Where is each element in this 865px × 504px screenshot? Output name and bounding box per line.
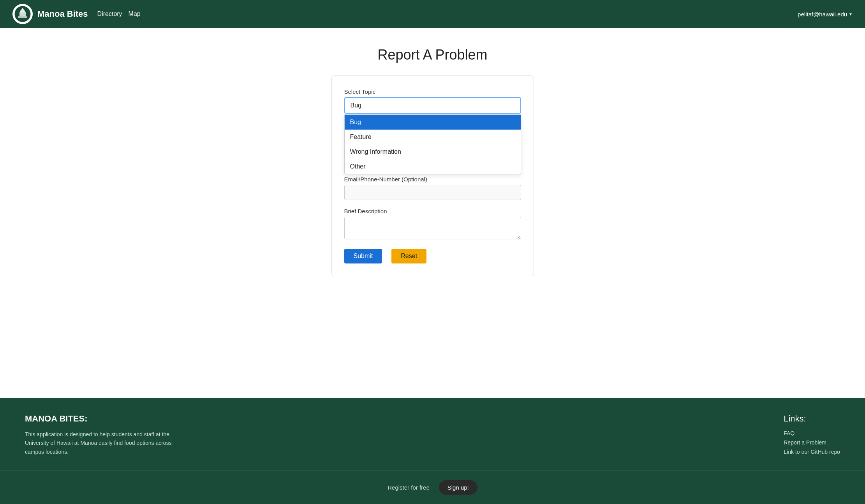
footer-about-title: MANOA BITES: [25,414,173,424]
reset-button[interactable]: Reset [391,249,426,263]
navbar: Manoa Bites Directory Map pelitaf@hawaii… [0,0,865,28]
dropdown-option-other[interactable]: Other [345,159,521,174]
footer-link-report[interactable]: Report a Problem [784,439,840,446]
topic-group: Select Topic Bug Bug Feature Wrong Infor… [344,88,521,114]
form-actions: Submit Reset [344,249,521,263]
email-group: Email/Phone-Number (Optional) [344,176,521,200]
footer-link-faq[interactable]: FAQ [784,430,840,436]
description-label: Brief Description [344,208,521,214]
footer-links: Links: FAQ Report a Problem Link to our … [784,414,840,458]
nav-map[interactable]: Map [129,11,141,18]
topic-select-display[interactable]: Bug [344,97,521,114]
signup-button[interactable]: Sign up! [439,480,477,495]
navbar-user-menu[interactable]: pelitaf@hawaii.edu [798,11,853,18]
dropdown-option-bug[interactable]: Bug [345,115,521,130]
dropdown-option-feature[interactable]: Feature [345,130,521,144]
footer-links-title: Links: [784,414,840,424]
topic-select-wrapper: Bug Bug Feature Wrong Information Other [344,97,521,114]
footer-about-text: This application is designed to help stu… [25,430,173,456]
footer-top: MANOA BITES: This application is designe… [25,414,840,471]
description-textarea[interactable] [344,217,521,239]
register-text: Register for free [388,484,430,491]
logo-icon [14,5,31,23]
navbar-logo: Manoa Bites [12,4,88,24]
nav-directory[interactable]: Directory [97,11,122,18]
navbar-links: Directory Map [97,11,141,18]
svg-rect-3 [18,16,27,18]
footer-link-github[interactable]: Link to our GitHub repo [784,449,840,455]
footer-about: MANOA BITES: This application is designe… [25,414,173,458]
page-title: Report A Problem [6,47,859,63]
footer: MANOA BITES: This application is designe… [0,398,865,504]
brand-name: Manoa Bites [37,9,88,19]
email-label: Email/Phone-Number (Optional) [344,176,521,183]
topic-dropdown-menu: Bug Feature Wrong Information Other [344,114,521,174]
dropdown-option-wrong-info[interactable]: Wrong Information [345,144,521,159]
submit-button[interactable]: Submit [344,249,382,263]
navbar-left: Manoa Bites Directory Map [12,4,141,24]
footer-bottom: Register for free Sign up! [25,471,840,504]
report-form-card: Select Topic Bug Bug Feature Wrong Infor… [331,76,534,276]
topic-label: Select Topic [344,88,521,95]
description-group: Brief Description [344,208,521,241]
svg-rect-2 [19,12,26,16]
email-input[interactable] [344,185,521,200]
main-content: Report A Problem Select Topic Bug Bug Fe… [0,28,865,398]
logo-circle [12,4,33,24]
